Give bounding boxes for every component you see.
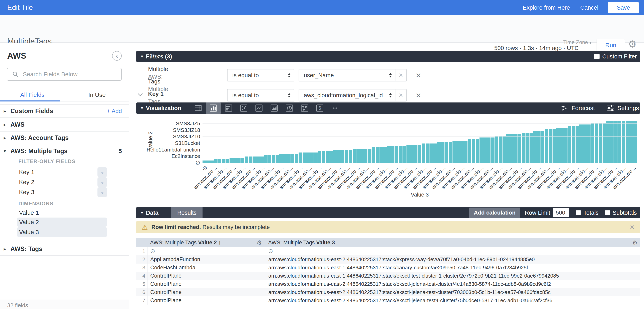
viz-type-scatter-icon[interactable] [236, 102, 251, 114]
chart-bar[interactable] [284, 154, 287, 163]
filter-only-field[interactable]: Key 1 [0, 167, 129, 177]
chart-bar[interactable] [291, 154, 294, 163]
chart-bar[interactable] [460, 141, 464, 163]
chart-bar[interactable] [287, 154, 290, 163]
chart-bar[interactable] [476, 139, 479, 163]
filter-only-field[interactable]: Key 3 [0, 187, 129, 197]
filter-by-field-button[interactable] [98, 167, 107, 177]
section-aws-multiple-tags[interactable]: ▾ AWS: Multiple Tags 5 [0, 144, 129, 158]
chart-bar[interactable] [502, 136, 506, 163]
viz-type-map-icon[interactable] [297, 102, 312, 114]
dimension-field-value-3[interactable]: Value 3 [17, 227, 107, 237]
chart-bar[interactable] [402, 146, 406, 163]
chart-bar[interactable] [279, 154, 283, 163]
chart-bar[interactable] [545, 129, 548, 163]
chart-bar[interactable] [449, 142, 452, 163]
chart-bar[interactable] [387, 146, 391, 163]
tab-results[interactable]: Results [171, 207, 202, 218]
chart-bar[interactable] [452, 141, 456, 163]
chart-bar[interactable] [576, 126, 579, 163]
chart-bar[interactable] [326, 151, 329, 163]
custom-filter-checkbox[interactable] [594, 54, 600, 59]
filter-only-field[interactable]: Key 2 [0, 177, 129, 187]
chart-bar[interactable] [252, 156, 256, 163]
chart-bar[interactable] [302, 152, 306, 163]
chart-bar[interactable] [418, 145, 421, 163]
chart-bar[interactable] [541, 131, 544, 163]
chart-bar[interactable] [487, 138, 490, 163]
chart-bar[interactable] [464, 141, 468, 163]
chart-bar[interactable] [568, 126, 571, 163]
chart-bar[interactable] [610, 121, 614, 163]
chart-bar[interactable] [245, 156, 248, 163]
chart-bar[interactable] [591, 123, 594, 163]
chart-bar[interactable] [395, 146, 398, 163]
chart-bar[interactable] [579, 124, 583, 163]
collapse-sidebar-button[interactable]: ‹ [112, 51, 122, 61]
viz-type-area-icon[interactable] [266, 102, 282, 114]
chart-bar[interactable] [549, 129, 552, 163]
chart-bar[interactable] [410, 145, 414, 163]
cell-value2[interactable]: CodeHashLambda [147, 264, 265, 272]
chart-bar[interactable] [422, 144, 425, 163]
chart-bar[interactable] [356, 149, 360, 163]
collapse-caret-icon[interactable]: ▾ [141, 106, 143, 111]
chart-bar[interactable] [522, 133, 525, 163]
totals-checkbox[interactable] [576, 210, 581, 215]
cancel-button[interactable]: Cancel [580, 4, 598, 11]
search-input[interactable] [23, 71, 111, 78]
chart-bar[interactable] [202, 160, 206, 163]
chart-bar[interactable] [472, 139, 475, 163]
chart-bar[interactable] [491, 138, 494, 163]
chart-bar[interactable] [506, 134, 510, 163]
chart-bar[interactable] [260, 156, 264, 163]
chart-bar[interactable] [206, 160, 210, 163]
chart-bar[interactable] [560, 128, 564, 163]
chart-bar[interactable] [552, 129, 556, 163]
chart-bar[interactable] [606, 121, 610, 163]
chart-bar[interactable] [526, 133, 529, 163]
viz-type-line-icon[interactable] [251, 102, 266, 114]
chart-bar[interactable] [210, 160, 214, 163]
chart-bar[interactable] [360, 149, 364, 163]
remove-filter-icon[interactable]: × [416, 90, 421, 100]
chart-bar[interactable] [514, 134, 518, 163]
collapse-caret-icon[interactable]: ▾ [141, 54, 143, 59]
chart-bar[interactable] [456, 141, 460, 163]
custom-filter-toggle[interactable]: Custom Filter [594, 53, 637, 60]
chart-bar[interactable] [298, 152, 302, 163]
chart-bar[interactable] [222, 159, 225, 163]
viz-type-pie-icon[interactable] [282, 102, 297, 114]
chart-bar[interactable] [445, 142, 448, 163]
cell-value3[interactable]: arn:aws:cloudformation:us-east-2:4486402… [265, 280, 640, 288]
chart-bar[interactable] [295, 154, 298, 163]
cell-value3[interactable]: arn:aws:cloudformation:us-east-2:4486402… [265, 288, 640, 296]
chart-bar[interactable] [226, 159, 229, 163]
viz-type-more-icon[interactable] [328, 102, 342, 114]
gear-icon[interactable]: ⚙ [632, 239, 638, 246]
cell-value3[interactable]: arn:aws:cloudformation:us-east-2:4486402… [265, 255, 640, 264]
clear-value-icon[interactable]: × [395, 90, 406, 101]
chart-bar[interactable] [218, 159, 221, 163]
cell-value3[interactable]: arn:aws:cloudformation:us-east-1:4486402… [265, 264, 640, 272]
filter-value-select[interactable]: user_Name × [298, 69, 407, 82]
cell-value2[interactable]: ∅ [147, 247, 265, 255]
clear-value-icon[interactable]: × [395, 70, 406, 81]
filters-section-bar[interactable]: ▾ Filters (3) Custom Filter [136, 51, 640, 62]
gear-icon[interactable]: ⚙ [256, 239, 262, 246]
chart-bar[interactable] [533, 131, 537, 163]
chart-bar[interactable] [368, 149, 371, 163]
viz-type-bar-icon[interactable] [221, 102, 236, 114]
chart-bar[interactable] [406, 145, 410, 163]
chart-bar[interactable] [241, 158, 244, 163]
cell-value2[interactable]: ControlPlane [147, 272, 265, 280]
chart-bar[interactable] [214, 159, 218, 163]
row-limit-input[interactable] [553, 208, 569, 217]
column-header-value3[interactable]: AWS: Multiple Tags Value 3 ⚙ [265, 238, 640, 247]
chart-bar[interactable] [352, 149, 356, 163]
chart-bar[interactable] [518, 134, 521, 163]
collapse-caret-icon[interactable]: ▾ [141, 210, 143, 215]
chart-bar[interactable] [510, 134, 514, 163]
chart-bar[interactable] [441, 142, 444, 163]
chart-bar[interactable] [330, 151, 333, 163]
